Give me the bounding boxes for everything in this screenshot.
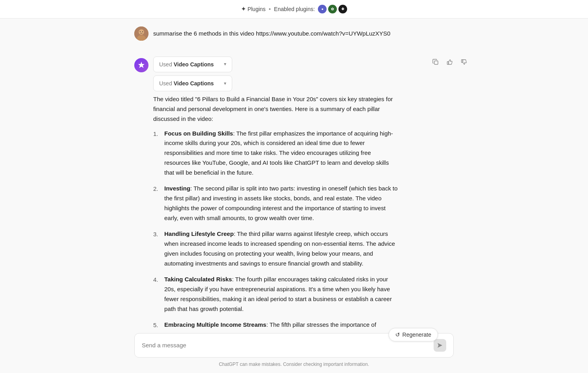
plugin-badge-2[interactable]: ✿ [328, 5, 337, 13]
used-text-2: Used [159, 79, 172, 88]
intro-paragraph: The video titled "6 Pillars to Build a F… [153, 94, 398, 124]
list-item: 4. Taking Calculated Risks: The fourth p… [153, 275, 398, 314]
video-captions-text-2: Video Captions [174, 79, 214, 88]
list-content-1: Focus on Building Skills: The first pill… [164, 129, 398, 178]
chat-area: summarise the 6 methods in this video ht… [0, 19, 588, 329]
list-content-5: Embracing Multiple Income Streams: The f… [164, 320, 398, 329]
disclaimer-text: ChatGPT can make mistakes. Consider chec… [134, 358, 454, 373]
list-content-4: Taking Calculated Risks: The fourth pill… [164, 275, 398, 314]
user-avatar [134, 26, 148, 41]
list-number-5: 5. [153, 320, 161, 329]
list-bold-4: Taking Calculated Risks [164, 276, 232, 283]
list-number-4: 4. [153, 275, 161, 314]
list-bold-2: Investing [164, 185, 190, 192]
list-bold-1: Focus on Building Skills [164, 130, 233, 137]
svg-point-4 [140, 31, 141, 32]
list-number-1: 1. [153, 129, 161, 178]
response-list: 1. Focus on Building Skills: The first p… [153, 129, 398, 329]
enabled-plugins-label: Enabled plugins: [274, 5, 315, 13]
user-message-row: summarise the 6 methods in this video ht… [0, 19, 588, 49]
top-bar-content: ✦ Plugins • Enabled plugins: ● ✿ ❖ [241, 4, 348, 14]
list-number-2: 2. [153, 184, 161, 223]
list-item: 1. Focus on Building Skills: The first p… [153, 129, 398, 178]
list-bold-3: Handling Lifestyle Creep [164, 230, 234, 237]
plugin-badge-3[interactable]: ❖ [338, 5, 347, 13]
svg-rect-7 [447, 62, 449, 64]
list-bold-5: Embracing Multiple Income Streams [164, 321, 266, 328]
caption-pill-2[interactable]: Used Video Captions ▾ [153, 75, 232, 91]
action-icons [430, 57, 470, 68]
list-number-3: 3. [153, 229, 161, 268]
list-item: 2. Investing: The second pillar is split… [153, 184, 398, 223]
regenerate-label: Regenerate [402, 332, 431, 338]
separator: • [269, 4, 271, 14]
list-content-2: Investing: The second pillar is split in… [164, 184, 398, 223]
svg-point-5 [142, 31, 143, 32]
chevron-down-icon-1: ▾ [224, 60, 226, 68]
svg-point-3 [139, 30, 144, 34]
list-item: 5. Embracing Multiple Income Streams: Th… [153, 320, 398, 329]
top-bar: ✦ Plugins • Enabled plugins: ● ✿ ❖ [0, 0, 588, 19]
ai-message-row: Used Video Captions ▾ Used Video Caption… [0, 49, 588, 329]
list-item: 3. Handling Lifestyle Creep: The third p… [153, 229, 398, 268]
plugin-icon: ✦ [241, 4, 246, 14]
regenerate-icon: ↺ [395, 332, 400, 338]
thumbs-down-icon[interactable] [458, 57, 470, 68]
response-text: The video titled "6 Pillars to Build a F… [153, 94, 398, 329]
caption-pill-1[interactable]: Used Video Captions ▾ [153, 57, 232, 72]
video-captions-text-1: Video Captions [174, 60, 214, 69]
caption-pill-text-2: Used Video Captions [159, 79, 214, 88]
used-text-1: Used [159, 60, 172, 69]
message-input[interactable] [142, 342, 430, 349]
regenerate-button[interactable]: ↺ Regenerate [389, 328, 438, 341]
caption-pill-text-1: Used Video Captions [159, 60, 214, 69]
ai-avatar [134, 58, 148, 72]
chevron-down-icon-2: ▾ [224, 80, 226, 87]
plugin-badges: ● ✿ ❖ [318, 5, 347, 13]
user-message-text: summarise the 6 methods in this video ht… [153, 26, 391, 38]
thumbs-up-icon[interactable] [444, 57, 455, 68]
send-icon [437, 343, 443, 348]
bottom-area: ChatGPT can make mistakes. Consider chec… [0, 329, 588, 373]
svg-rect-8 [462, 60, 463, 62]
plugins-label[interactable]: ✦ Plugins [241, 4, 266, 14]
list-content-3: Handling Lifestyle Creep: The third pill… [164, 229, 398, 268]
plugins-text: Plugins [248, 5, 266, 13]
plugin-badge-1[interactable]: ● [318, 5, 327, 13]
svg-rect-6 [434, 61, 438, 64]
copy-icon[interactable] [430, 57, 441, 68]
send-button[interactable] [434, 339, 446, 352]
ai-content: Used Video Captions ▾ Used Video Caption… [153, 57, 398, 329]
